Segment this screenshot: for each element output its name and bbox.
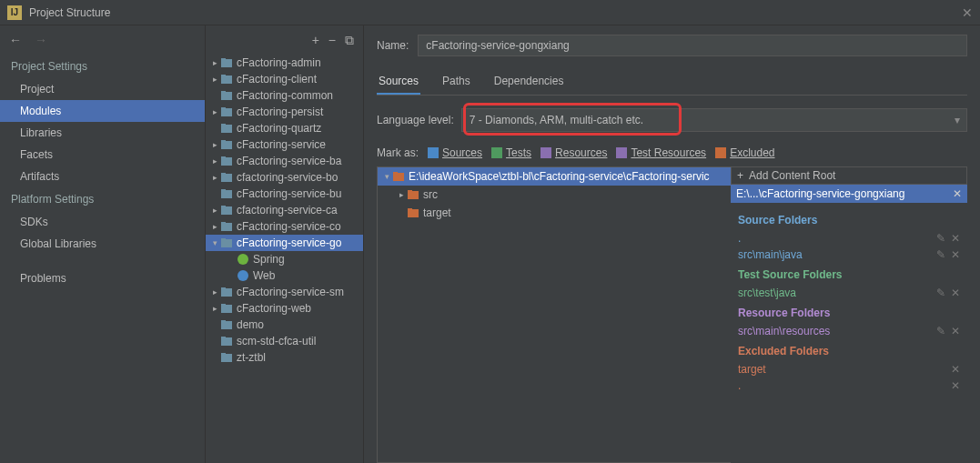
mark-sources[interactable]: Sources <box>428 146 482 159</box>
sidebar-item-facets[interactable]: Facets <box>0 144 205 166</box>
module-tree-item[interactable]: cFactoring-common <box>206 87 363 104</box>
tab-paths[interactable]: Paths <box>440 69 472 95</box>
folder-icon <box>220 56 233 69</box>
module-tree-item[interactable]: ▸cFactoring-service-co <box>206 218 363 235</box>
folder-icon <box>491 147 502 158</box>
close-icon[interactable]: ✕ <box>951 287 960 299</box>
expand-icon[interactable]: ▸ <box>209 206 220 215</box>
edit-icon[interactable]: ✎ <box>936 232 945 245</box>
folder-icon <box>220 73 233 86</box>
tab-sources[interactable]: Sources <box>377 69 420 95</box>
language-level-label: Language level: <box>377 114 454 126</box>
language-level-select[interactable]: 7 - Diamonds, ARM, multi-catch etc. <box>461 108 967 132</box>
expand-icon[interactable]: ▸ <box>209 58 220 67</box>
folder-icon <box>220 286 233 298</box>
content-root-path[interactable]: ▾ E:\ideaWorkSpace\ztbl-bl\cFactoring-se… <box>378 167 731 186</box>
module-tree-item[interactable]: ▸cFactoring-client <box>206 71 363 87</box>
sidebar-item-artifacts[interactable]: Artifacts <box>0 166 205 187</box>
module-tree-item[interactable]: ▾cFactoring-service-go <box>206 235 363 251</box>
module-tree-item[interactable]: cFactoring-quartz <box>206 120 363 136</box>
remove-icon[interactable]: − <box>328 33 336 47</box>
content-folder[interactable]: target <box>378 204 731 222</box>
module-tree-item[interactable]: ▸cFactoring-service <box>206 136 363 153</box>
close-icon[interactable]: ✕ <box>951 232 960 245</box>
folder-icon <box>220 106 233 118</box>
close-icon[interactable]: ✕ <box>962 5 973 20</box>
svg-rect-41 <box>408 208 412 210</box>
folder-icon <box>220 138 233 151</box>
svg-rect-1 <box>221 58 226 60</box>
tree-item-label: scm-std-cfca-util <box>237 335 316 347</box>
sidebar-item-project[interactable]: Project <box>0 78 205 100</box>
svg-point-24 <box>237 254 248 265</box>
module-tree-item[interactable]: ▸cFactoring-admin <box>206 55 363 71</box>
svg-rect-5 <box>221 91 226 93</box>
module-name-input[interactable] <box>418 35 967 56</box>
settings-sidebar: ← → Project Settings ProjectModulesLibra… <box>0 25 206 463</box>
expand-icon[interactable]: ▸ <box>209 222 220 231</box>
spring-icon <box>237 253 249 266</box>
expand-icon[interactable]: ▸ <box>209 156 220 166</box>
forward-icon[interactable]: → <box>35 33 47 47</box>
test-folder-item[interactable]: src\test\java <box>738 287 796 299</box>
module-tree-item[interactable]: cFactoring-service-bu <box>206 186 363 202</box>
close-icon[interactable]: ✕ <box>951 363 960 376</box>
back-icon[interactable]: ← <box>9 33 22 47</box>
expand-icon[interactable]: ▾ <box>209 238 220 247</box>
tree-item-label: cFactoring-persist <box>237 106 323 118</box>
edit-icon[interactable]: ✎ <box>936 287 945 299</box>
module-tree-item[interactable]: ▸cfactoring-service-ca <box>206 202 363 218</box>
module-tree-item[interactable]: scm-std-cfca-util <box>206 333 363 349</box>
sidebar-item-sdks[interactable]: SDKs <box>0 211 205 233</box>
close-icon[interactable]: ✕ <box>951 248 960 261</box>
sidebar-item-modules[interactable]: Modules <box>0 100 205 122</box>
tab-dependencies[interactable]: Dependencies <box>492 69 566 95</box>
excluded-folder-item[interactable]: target <box>738 363 766 376</box>
folder-icon <box>220 204 233 216</box>
module-tree-item[interactable]: ▸cFactoring-service-sm <box>206 284 363 300</box>
module-tree-item[interactable]: demo <box>206 317 363 333</box>
add-icon[interactable]: + <box>312 33 319 47</box>
name-label: Name: <box>377 39 409 52</box>
module-tree-item[interactable]: ▸cFactoring-web <box>206 300 363 317</box>
module-tree-item[interactable]: ▸cfactoring-service-bo <box>206 169 363 186</box>
platform-settings-header: Platform Settings <box>0 187 205 211</box>
resource-folder-item[interactable]: src\main\resources <box>738 325 830 337</box>
expand-icon[interactable]: ▸ <box>209 287 220 297</box>
expand-icon[interactable]: ▸ <box>209 107 220 116</box>
close-icon[interactable]: ✕ <box>953 187 962 200</box>
edit-icon[interactable]: ✎ <box>936 248 945 261</box>
copy-icon[interactable]: ⧉ <box>345 33 354 48</box>
svg-rect-22 <box>221 239 232 247</box>
tree-item-label: demo <box>237 318 264 331</box>
source-folder-item[interactable]: src\main\java <box>738 248 803 261</box>
mark-resources[interactable]: Resources <box>541 146 607 159</box>
expand-icon[interactable]: ▸ <box>396 190 407 199</box>
module-tree-item[interactable]: ▸cFactoring-service-ba <box>206 153 363 169</box>
expand-icon[interactable]: ▸ <box>209 75 220 84</box>
close-icon[interactable]: ✕ <box>951 379 960 392</box>
module-tree-item[interactable]: zt-ztbl <box>206 349 363 366</box>
module-tree-child[interactable]: Web <box>206 267 363 284</box>
sidebar-item-problems[interactable]: Problems <box>0 267 205 289</box>
mark-tests[interactable]: Tests <box>491 146 531 159</box>
content-root-short[interactable]: E:\...\cFactoring-service-gongxiang ✕ <box>731 185 967 203</box>
sidebar-item-libraries[interactable]: Libraries <box>0 122 205 144</box>
folder-icon <box>220 122 233 135</box>
add-content-root-button[interactable]: + Add Content Root <box>731 166 967 185</box>
svg-rect-4 <box>221 92 232 100</box>
sidebar-item-global-libraries[interactable]: Global Libraries <box>0 233 205 255</box>
expand-icon[interactable]: ▸ <box>209 304 220 313</box>
module-tree-child[interactable]: Spring <box>206 251 363 267</box>
mark-excluded[interactable]: Excluded <box>715 146 774 159</box>
expand-icon[interactable]: ▸ <box>209 173 220 182</box>
svg-rect-37 <box>393 172 398 174</box>
close-icon[interactable]: ✕ <box>951 325 960 337</box>
expand-icon[interactable]: ▸ <box>209 140 220 149</box>
mark-test-resources[interactable]: Test Resources <box>616 146 706 159</box>
edit-icon[interactable]: ✎ <box>936 325 945 337</box>
folder-icon <box>220 318 233 331</box>
module-tree-item[interactable]: ▸cFactoring-persist <box>206 104 363 120</box>
module-tree-panel: + − ⧉ ▸cFactoring-admin▸cFactoring-clien… <box>206 25 364 463</box>
content-folder[interactable]: ▸src <box>378 186 731 204</box>
